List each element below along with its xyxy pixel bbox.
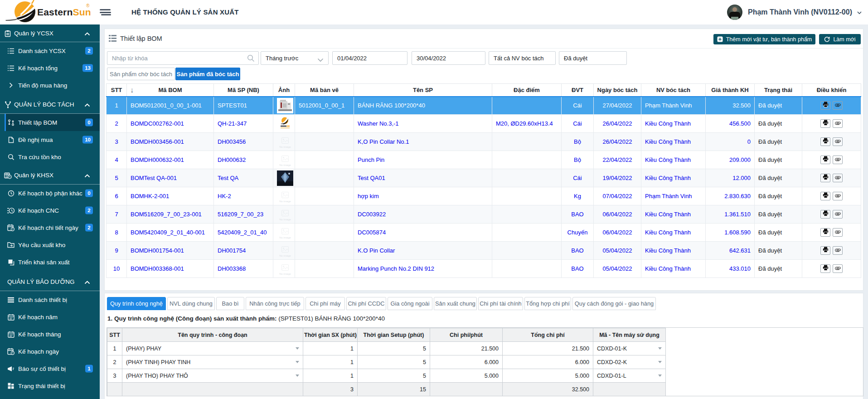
svg-text:EasternSun: EasternSun xyxy=(37,7,91,17)
svg-text:®: ® xyxy=(86,3,90,8)
